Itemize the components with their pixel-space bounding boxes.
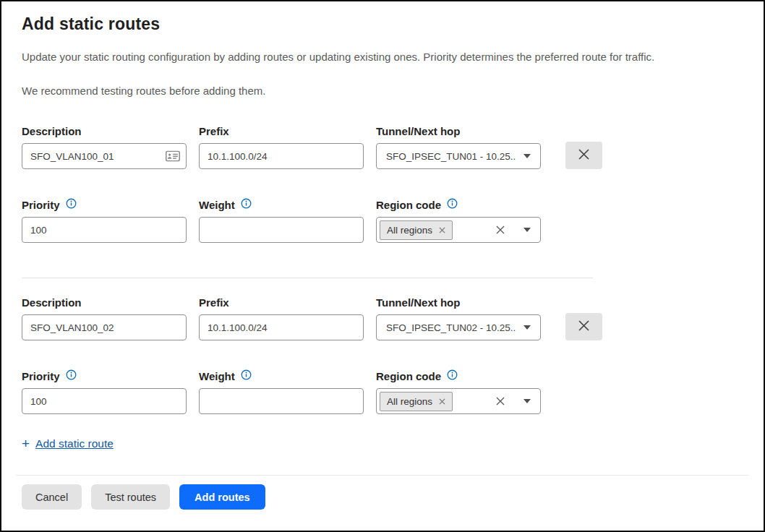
tunnel-label: Tunnel/Next hop (376, 296, 541, 309)
tunnel-select[interactable]: SFO_IPSEC_TUN01 - 10.25... (376, 143, 541, 169)
region-tag-label: All regions (387, 396, 432, 407)
clear-selection-icon[interactable] (496, 397, 505, 406)
info-icon[interactable] (66, 369, 77, 382)
description-input[interactable] (22, 314, 187, 340)
prefix-label: Prefix (199, 125, 364, 137)
prefix-label: Prefix (199, 296, 364, 309)
priority-label: Priority (22, 370, 60, 382)
add-static-route-label: Add static route (35, 437, 114, 450)
remove-route-button[interactable] (565, 142, 602, 169)
plus-icon: + (22, 437, 30, 450)
chevron-down-icon (523, 399, 531, 403)
info-icon[interactable] (66, 198, 77, 211)
remove-tag-icon[interactable] (439, 227, 445, 233)
tunnel-select[interactable]: SFO_IPSEC_TUN02 - 10.25... (376, 314, 541, 340)
note-text: We recommend testing routes before addin… (22, 85, 743, 97)
priority-label: Priority (22, 199, 60, 211)
weight-input[interactable] (199, 388, 364, 414)
region-tag-label: All regions (387, 225, 432, 236)
info-icon[interactable] (241, 369, 252, 382)
info-icon[interactable] (447, 369, 458, 382)
region-code-combobox[interactable]: All regions (376, 217, 541, 243)
clear-selection-icon[interactable] (496, 226, 505, 234)
remove-tag-icon[interactable] (439, 398, 445, 405)
chevron-down-icon (523, 228, 531, 232)
priority-input[interactable] (22, 388, 187, 414)
add-static-route-link[interactable]: + Add static route (22, 437, 114, 450)
chevron-down-icon (523, 325, 531, 330)
priority-input[interactable] (22, 217, 187, 243)
weight-label: Weight (199, 199, 235, 211)
page-title: Add static routes (22, 14, 743, 34)
close-icon (578, 319, 590, 334)
intro-text: Update your static routing configuration… (22, 51, 743, 63)
description-label: Description (22, 125, 187, 137)
add-routes-button[interactable]: Add routes (179, 484, 265, 510)
cancel-button[interactable]: Cancel (22, 484, 82, 510)
tunnel-selected-value: SFO_IPSEC_TUN01 - 10.25... (386, 151, 516, 162)
info-icon[interactable] (241, 198, 252, 211)
contact-card-icon (166, 151, 180, 162)
weight-label: Weight (199, 370, 235, 382)
add-static-routes-dialog: Add static routes Update your static rou… (0, 0, 765, 532)
test-routes-button[interactable]: Test routes (91, 484, 170, 510)
tunnel-selected-value: SFO_IPSEC_TUN02 - 10.25... (386, 322, 516, 333)
prefix-input[interactable] (199, 314, 364, 340)
chevron-down-icon (523, 154, 531, 158)
remove-route-button[interactable] (565, 313, 602, 340)
region-code-label: Region code (376, 370, 441, 382)
footer-actions: Cancel Test routes Add routes (1, 476, 764, 510)
region-code-combobox[interactable]: All regions (376, 388, 541, 414)
region-tag: All regions (380, 220, 453, 240)
region-code-label: Region code (376, 199, 441, 211)
route-divider (22, 278, 593, 278)
description-input[interactable] (22, 143, 187, 169)
weight-input[interactable] (199, 217, 364, 243)
tunnel-label: Tunnel/Next hop (376, 125, 541, 137)
prefix-input[interactable] (199, 143, 364, 169)
close-icon (578, 148, 590, 163)
info-icon[interactable] (447, 198, 458, 211)
description-label: Description (22, 296, 187, 309)
region-tag: All regions (380, 392, 453, 411)
route-row-1: Description Prefix Tunnel/Next hop (22, 125, 743, 243)
route-row-2: Description Prefix Tunnel/Next hop SFO_I… (22, 296, 743, 414)
